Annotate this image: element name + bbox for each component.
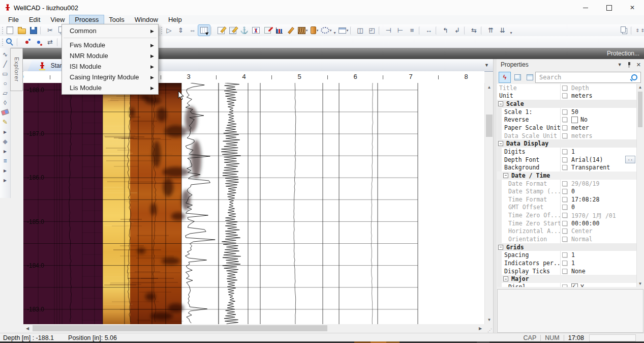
categorized-view-button[interactable] <box>512 72 523 82</box>
menu-process[interactable]: Process <box>70 15 104 24</box>
grid-scroll-down-icon[interactable]: ▼ <box>637 280 643 287</box>
menu-item-lis-module[interactable]: Lis Module▶ <box>62 82 158 93</box>
property-row[interactable]: Displ Y.. <box>497 283 643 287</box>
grid-scroll-thumb[interactable] <box>638 92 642 127</box>
property-row[interactable]: Scale 1: 50.. <box>497 108 643 116</box>
vertical-scroll-thumb[interactable] <box>486 115 493 137</box>
menu-item-casing-integrity-module[interactable]: Casing Integrity Module▶ <box>62 72 158 82</box>
line-tool[interactable]: ╱ <box>1 59 10 69</box>
anchor-top-button[interactable]: ↰ <box>440 25 451 36</box>
menu-item-common[interactable]: Common▶ <box>62 25 158 36</box>
horizontal-scroll-thumb[interactable] <box>33 325 327 331</box>
zoom-tool-button[interactable] <box>4 37 16 47</box>
property-row[interactable]: Paper Scale Unit meter.. <box>497 124 643 132</box>
align-left-button[interactable]: ⊣ <box>383 25 394 36</box>
shape-tool[interactable]: ◊ <box>1 98 10 107</box>
well-log-canvas[interactable] <box>23 83 484 324</box>
grid-scroll-up-icon[interactable]: ▲ <box>637 84 643 91</box>
rectangle-tool[interactable]: ▭ <box>1 69 10 78</box>
resize-track-width-button[interactable]: ◫ <box>354 25 366 36</box>
menu-window[interactable]: Window <box>130 15 163 24</box>
lasso-select-button[interactable]: ▾ <box>320 25 332 36</box>
edit-table-button[interactable] <box>227 25 238 36</box>
line-style-tool[interactable]: ≡ <box>1 156 10 165</box>
menu-tools[interactable]: Tools <box>104 15 129 24</box>
property-row[interactable]: Date / Time .. <box>497 172 643 180</box>
collapse-icon[interactable] <box>503 276 508 281</box>
fit-view-button[interactable]: ⇄ <box>44 37 56 47</box>
annotation-button[interactable] <box>262 25 273 36</box>
scroll-down-icon[interactable]: ▼ <box>485 316 494 324</box>
property-row[interactable]: Display Ticks None.. <box>497 267 643 275</box>
block-shift-button[interactable] <box>33 37 44 47</box>
core-image-button[interactable]: ▾ <box>309 25 320 36</box>
property-row[interactable]: Indicators per... 1.. <box>497 259 643 267</box>
protection-panel-button[interactable]: Protection... <box>607 50 644 57</box>
panel-close-icon[interactable]: ✕ <box>636 62 641 68</box>
swap-tracks-button[interactable]: ⇆ <box>468 25 480 36</box>
maximize-button[interactable] <box>597 0 621 15</box>
property-row[interactable]: Time Zero Of... 1970/ 1月 /01.. <box>497 211 643 219</box>
property-row[interactable]: Time Format 17:08:28.. <box>497 195 643 204</box>
explorer-tab[interactable]: Explorer <box>10 48 23 91</box>
tab-list-dropdown-icon[interactable]: ▼ <box>484 63 489 68</box>
property-row[interactable]: Data Scale Unit meters.. <box>497 132 643 140</box>
property-row[interactable]: Spacing 1.. <box>497 251 643 259</box>
checkbox-icon[interactable] <box>571 283 578 287</box>
pin-icon[interactable] <box>627 62 631 68</box>
property-row[interactable]: Orientation Normal.. <box>497 235 643 243</box>
move-up-button[interactable]: ⇈ <box>485 25 497 36</box>
property-row[interactable]: Horizontal A... Center.. <box>497 227 643 236</box>
cross-plot-button[interactable] <box>250 25 262 36</box>
eraser-tool[interactable] <box>1 107 10 117</box>
property-row[interactable]: Background Transparent.. <box>497 163 643 172</box>
property-row[interactable]: Unit meters.. <box>497 92 643 100</box>
save-document-button[interactable] <box>27 25 39 36</box>
collapse-icon[interactable] <box>498 101 503 106</box>
log-viewport[interactable]: -188.0 -187.0 -186.0 -185.0 -184.0 -183.… <box>23 83 484 324</box>
pencil-tool[interactable]: ✎ <box>1 117 10 127</box>
collapse-icon[interactable] <box>503 173 508 178</box>
fill-more-button[interactable]: ▸ <box>1 146 10 156</box>
property-row[interactable]: Grids .. <box>497 243 643 251</box>
ellipse-tool[interactable]: ○ <box>1 78 10 88</box>
property-row[interactable]: Time Zero Start 00:00:00.. <box>497 219 643 227</box>
close-button[interactable]: ✕ <box>621 0 644 15</box>
scroll-left-icon[interactable]: ◀ <box>23 324 32 332</box>
menu-item-isi-module[interactable]: ISI Module▶ <box>62 61 158 72</box>
select-table-button[interactable] <box>198 25 210 36</box>
distribute-horizontal-button[interactable]: ↔ <box>423 25 435 36</box>
menu-file[interactable]: File <box>3 15 24 24</box>
duplicate-view-button[interactable] <box>618 25 630 36</box>
property-row[interactable]: Depth Font Arial(14).. <box>497 156 643 164</box>
menu-item-fws-module[interactable]: Fws Module▶ <box>62 40 158 50</box>
freehand-tool[interactable]: ∿ <box>1 49 10 59</box>
resize-track-height-button[interactable]: ◰ <box>366 25 378 36</box>
highlight-pen-button[interactable] <box>285 25 297 36</box>
cut-button[interactable]: ✂ <box>44 25 56 36</box>
ellipsis-button[interactable]: .. <box>625 156 635 163</box>
depth-match-button[interactable] <box>21 37 33 47</box>
line-style-more-button[interactable]: ▸ <box>1 165 10 175</box>
scroll-right-icon[interactable]: ▶ <box>476 324 484 332</box>
property-row[interactable]: Data Display .. <box>497 139 643 148</box>
align-right-button[interactable]: ⊢ <box>394 25 406 36</box>
align-block-button[interactable]: ≡ <box>406 25 418 36</box>
fill-tool[interactable]: ◆ <box>1 136 10 146</box>
property-row[interactable]: Title Depth.. <box>497 84 643 92</box>
horizontal-scrollbar[interactable]: ◀ ▶ <box>23 324 484 332</box>
pencil-more-button[interactable]: ▸ <box>1 127 10 136</box>
insert-anchor-button[interactable]: ⚓ <box>238 25 250 36</box>
header-style-button[interactable]: ▾ <box>338 25 349 36</box>
collapse-icon[interactable] <box>498 141 503 146</box>
new-document-button[interactable] <box>4 25 16 36</box>
minimize-button[interactable] <box>574 0 597 15</box>
histogram-button[interactable] <box>273 25 285 36</box>
alphabetical-view-button[interactable] <box>524 72 535 82</box>
menu-view[interactable]: View <box>45 15 70 24</box>
expand-tools-button[interactable]: ▸ <box>1 175 10 185</box>
fit-height-button[interactable]: ⇕ <box>175 25 187 36</box>
vertical-scrollbar[interactable]: ▲ ▼ <box>484 83 494 324</box>
property-row[interactable]: GMT Offset 0.. <box>497 204 643 212</box>
select-pointer-button[interactable]: ▷ <box>163 25 175 36</box>
